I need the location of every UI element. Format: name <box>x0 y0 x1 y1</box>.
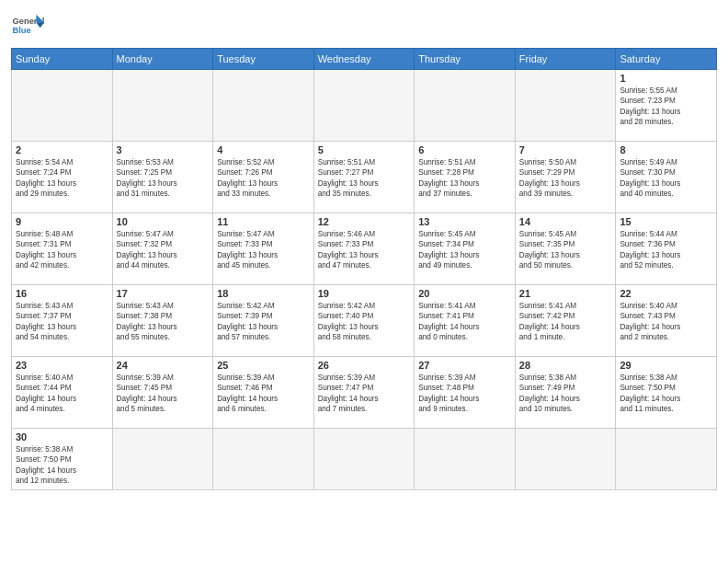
day-info: Sunrise: 5:42 AM Sunset: 7:40 PM Dayligh… <box>318 301 411 343</box>
day-info: Sunrise: 5:38 AM Sunset: 7:49 PM Dayligh… <box>519 373 612 415</box>
logo: General Blue <box>11 9 44 42</box>
day-number: 6 <box>418 144 511 155</box>
day-number: 2 <box>16 144 108 155</box>
day-info: Sunrise: 5:38 AM Sunset: 7:50 PM Dayligh… <box>16 444 108 487</box>
day-number: 27 <box>418 360 511 371</box>
calendar-col-header: Sunday <box>12 49 113 70</box>
calendar-day-cell: 25Sunrise: 5:39 AM Sunset: 7:46 PM Dayli… <box>213 357 314 429</box>
calendar-day-cell: 30Sunrise: 5:38 AM Sunset: 7:50 PM Dayli… <box>12 429 113 490</box>
calendar-col-header: Wednesday <box>313 49 415 70</box>
calendar-col-header: Friday <box>515 49 616 70</box>
day-number: 9 <box>16 216 108 227</box>
day-number: 11 <box>217 216 310 227</box>
calendar-day-cell <box>213 70 314 142</box>
calendar-day-cell: 1Sunrise: 5:55 AM Sunset: 7:23 PM Daylig… <box>616 70 717 142</box>
day-number: 30 <box>16 431 108 442</box>
calendar-day-cell: 18Sunrise: 5:42 AM Sunset: 7:39 PM Dayli… <box>213 285 314 357</box>
day-info: Sunrise: 5:47 AM Sunset: 7:32 PM Dayligh… <box>117 229 210 271</box>
day-number: 17 <box>117 288 210 299</box>
calendar-day-cell: 17Sunrise: 5:43 AM Sunset: 7:38 PM Dayli… <box>112 285 213 357</box>
day-number: 19 <box>318 288 411 299</box>
day-info: Sunrise: 5:53 AM Sunset: 7:25 PM Dayligh… <box>117 157 210 200</box>
day-number: 29 <box>620 360 712 371</box>
svg-text:Blue: Blue <box>12 26 30 35</box>
day-info: Sunrise: 5:45 AM Sunset: 7:34 PM Dayligh… <box>418 229 511 271</box>
calendar-day-cell: 20Sunrise: 5:41 AM Sunset: 7:41 PM Dayli… <box>415 285 516 357</box>
calendar-day-cell: 4Sunrise: 5:52 AM Sunset: 7:26 PM Daylig… <box>213 142 314 213</box>
day-number: 5 <box>318 144 411 155</box>
day-info: Sunrise: 5:52 AM Sunset: 7:26 PM Dayligh… <box>217 157 310 200</box>
calendar-day-cell <box>12 70 113 142</box>
calendar-week-row: 1Sunrise: 5:55 AM Sunset: 7:23 PM Daylig… <box>12 70 717 142</box>
calendar-day-cell: 10Sunrise: 5:47 AM Sunset: 7:32 PM Dayli… <box>112 213 213 285</box>
day-number: 1 <box>620 73 712 84</box>
day-number: 15 <box>620 216 712 227</box>
calendar-day-cell: 21Sunrise: 5:41 AM Sunset: 7:42 PM Dayli… <box>515 285 616 357</box>
calendar-day-cell: 9Sunrise: 5:48 AM Sunset: 7:31 PM Daylig… <box>12 213 113 285</box>
day-info: Sunrise: 5:55 AM Sunset: 7:23 PM Dayligh… <box>620 86 712 128</box>
calendar-day-cell: 8Sunrise: 5:49 AM Sunset: 7:30 PM Daylig… <box>616 142 717 213</box>
calendar-day-cell <box>112 70 213 142</box>
day-number: 10 <box>117 216 210 227</box>
day-info: Sunrise: 5:40 AM Sunset: 7:44 PM Dayligh… <box>16 373 108 415</box>
calendar-col-header: Tuesday <box>213 49 314 70</box>
day-number: 26 <box>318 360 411 371</box>
day-number: 7 <box>519 144 612 155</box>
calendar-day-cell <box>313 429 415 490</box>
calendar-day-cell <box>112 429 213 490</box>
day-number: 4 <box>217 144 310 155</box>
calendar-week-row: 9Sunrise: 5:48 AM Sunset: 7:31 PM Daylig… <box>12 213 717 285</box>
day-number: 28 <box>519 360 612 371</box>
day-info: Sunrise: 5:38 AM Sunset: 7:50 PM Dayligh… <box>620 373 712 415</box>
calendar-day-cell: 23Sunrise: 5:40 AM Sunset: 7:44 PM Dayli… <box>12 357 113 429</box>
calendar-col-header: Monday <box>112 49 213 70</box>
calendar-day-cell: 19Sunrise: 5:42 AM Sunset: 7:40 PM Dayli… <box>313 285 415 357</box>
day-info: Sunrise: 5:48 AM Sunset: 7:31 PM Dayligh… <box>16 229 108 271</box>
calendar-col-header: Thursday <box>415 49 516 70</box>
day-info: Sunrise: 5:45 AM Sunset: 7:35 PM Dayligh… <box>519 229 612 271</box>
calendar-day-cell <box>515 429 616 490</box>
calendar-day-cell: 3Sunrise: 5:53 AM Sunset: 7:25 PM Daylig… <box>112 142 213 213</box>
day-number: 21 <box>519 288 612 299</box>
day-number: 20 <box>418 288 511 299</box>
day-info: Sunrise: 5:43 AM Sunset: 7:38 PM Dayligh… <box>117 301 210 343</box>
calendar-week-row: 16Sunrise: 5:43 AM Sunset: 7:37 PM Dayli… <box>12 285 717 357</box>
calendar-day-cell <box>415 70 516 142</box>
calendar-day-cell: 16Sunrise: 5:43 AM Sunset: 7:37 PM Dayli… <box>12 285 113 357</box>
calendar-table: SundayMondayTuesdayWednesdayThursdayFrid… <box>11 48 717 490</box>
day-number: 14 <box>519 216 612 227</box>
day-number: 25 <box>217 360 310 371</box>
calendar-day-cell: 24Sunrise: 5:39 AM Sunset: 7:45 PM Dayli… <box>112 357 213 429</box>
calendar-day-cell <box>313 70 415 142</box>
calendar-col-header: Saturday <box>616 49 717 70</box>
calendar-day-cell: 15Sunrise: 5:44 AM Sunset: 7:36 PM Dayli… <box>616 213 717 285</box>
day-info: Sunrise: 5:50 AM Sunset: 7:29 PM Dayligh… <box>519 157 612 200</box>
day-number: 16 <box>16 288 108 299</box>
logo-icon: General Blue <box>11 9 44 42</box>
day-number: 18 <box>217 288 310 299</box>
day-info: Sunrise: 5:51 AM Sunset: 7:28 PM Dayligh… <box>418 157 511 200</box>
day-info: Sunrise: 5:46 AM Sunset: 7:33 PM Dayligh… <box>318 229 411 271</box>
calendar-day-cell <box>213 429 314 490</box>
calendar-day-cell <box>616 429 717 490</box>
calendar-week-row: 30Sunrise: 5:38 AM Sunset: 7:50 PM Dayli… <box>12 429 717 490</box>
day-number: 12 <box>318 216 411 227</box>
day-info: Sunrise: 5:39 AM Sunset: 7:47 PM Dayligh… <box>318 373 411 415</box>
calendar-day-cell: 7Sunrise: 5:50 AM Sunset: 7:29 PM Daylig… <box>515 142 616 213</box>
day-number: 23 <box>16 360 108 371</box>
day-info: Sunrise: 5:39 AM Sunset: 7:45 PM Dayligh… <box>117 373 210 415</box>
day-info: Sunrise: 5:39 AM Sunset: 7:46 PM Dayligh… <box>217 373 310 415</box>
calendar-week-row: 23Sunrise: 5:40 AM Sunset: 7:44 PM Dayli… <box>12 357 717 429</box>
day-number: 8 <box>620 144 712 155</box>
day-info: Sunrise: 5:39 AM Sunset: 7:48 PM Dayligh… <box>418 373 511 415</box>
calendar-header-row: SundayMondayTuesdayWednesdayThursdayFrid… <box>12 49 717 70</box>
page-header: General Blue <box>11 9 717 42</box>
day-number: 24 <box>117 360 210 371</box>
calendar-week-row: 2Sunrise: 5:54 AM Sunset: 7:24 PM Daylig… <box>12 142 717 213</box>
day-info: Sunrise: 5:40 AM Sunset: 7:43 PM Dayligh… <box>620 301 712 343</box>
day-info: Sunrise: 5:43 AM Sunset: 7:37 PM Dayligh… <box>16 301 108 343</box>
day-number: 3 <box>117 144 210 155</box>
day-info: Sunrise: 5:44 AM Sunset: 7:36 PM Dayligh… <box>620 229 712 271</box>
calendar-day-cell: 28Sunrise: 5:38 AM Sunset: 7:49 PM Dayli… <box>515 357 616 429</box>
day-info: Sunrise: 5:49 AM Sunset: 7:30 PM Dayligh… <box>620 157 712 200</box>
